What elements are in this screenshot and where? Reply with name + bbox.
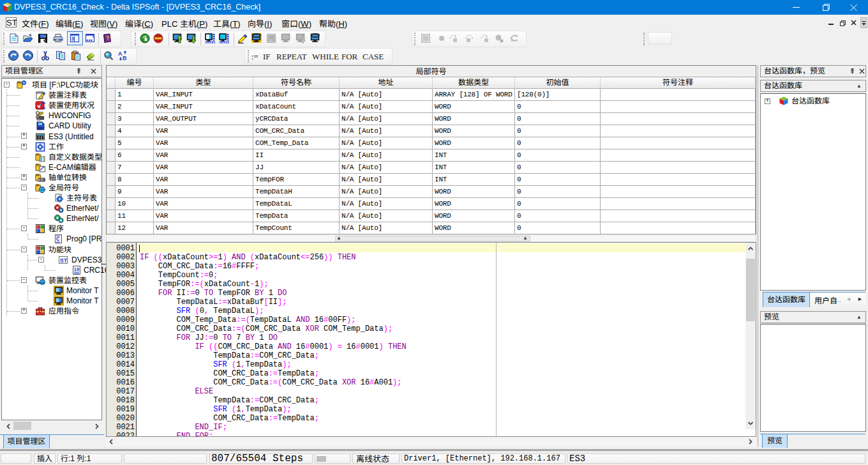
svg-text:10101: 10101 — [219, 40, 229, 43]
svg-text:10: 10 — [74, 267, 80, 272]
svg-text:B: B — [123, 55, 127, 61]
svg-text:ST: ST — [60, 257, 68, 264]
svg-text:A: A — [118, 50, 123, 57]
svg-text:10101: 10101 — [205, 40, 215, 43]
svg-text:?: ? — [106, 34, 110, 41]
